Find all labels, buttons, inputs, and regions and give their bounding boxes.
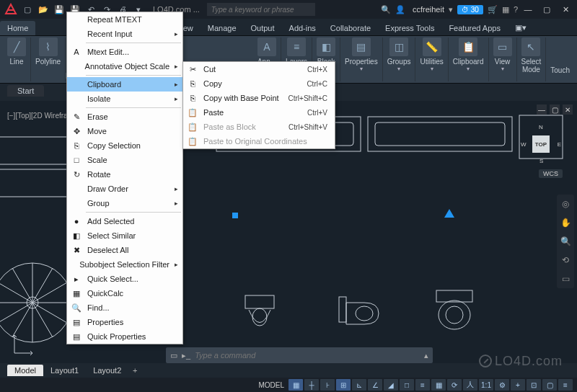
status-ws-icon[interactable]: ⚙	[495, 379, 509, 391]
cart-icon[interactable]: 🛒	[488, 5, 498, 14]
minimize-button[interactable]: —	[519, 2, 537, 17]
dropdown-icon[interactable]: ▾	[449, 5, 453, 14]
status-ortho-icon[interactable]: ⊾	[352, 379, 366, 391]
ribbon-polyline[interactable]: ⌇ Polyline	[31, 37, 66, 81]
status-lw-icon[interactable]: ≡	[415, 379, 430, 391]
ribbon-touch[interactable]: Touch	[546, 37, 574, 81]
help-icon[interactable]: ?	[514, 5, 518, 14]
wcs-label[interactable]: WCS	[539, 169, 563, 178]
close-button[interactable]: ✕	[557, 2, 574, 17]
clip-item-2[interactable]: ⎘Copy with Base PointCtrl+Shift+C	[183, 91, 335, 105]
ctx-item-23[interactable]: 🔍Find...	[67, 300, 182, 315]
status-monitor-icon[interactable]: +	[511, 379, 525, 391]
ctx-item-10[interactable]: ✥Move	[67, 124, 182, 138]
layout-tab-layout1[interactable]: Layout1	[43, 365, 86, 376]
ctx-item-21[interactable]: ▸Quick Select...	[67, 272, 182, 286]
status-model-label[interactable]: MODEL	[258, 381, 284, 389]
layout-tab-model[interactable]: Model	[7, 365, 43, 376]
clip-item-0[interactable]: ✂CutCtrl+X	[183, 62, 335, 76]
tab-manage[interactable]: Manage	[201, 21, 244, 35]
ctx-item-3[interactable]: AMtext Edit...	[67, 45, 182, 59]
status-dyn-icon[interactable]: ⊞	[336, 379, 351, 391]
search-icon[interactable]: 🔍	[381, 5, 391, 14]
tab-home[interactable]: Home	[0, 21, 35, 35]
status-cycle-icon[interactable]: ⟳	[447, 379, 462, 391]
ctx-item-25[interactable]: ▤Quick Properties	[67, 329, 182, 344]
ribbon-line[interactable]: ╱ Line	[3, 37, 31, 81]
tab-overflow[interactable]: ▣▾	[508, 20, 534, 35]
status-grid-icon[interactable]: ▦	[288, 379, 303, 391]
nav-wheel-icon[interactable]: ◎	[559, 197, 572, 210]
ctx-label: Move	[87, 127, 107, 135]
help-search-input[interactable]	[207, 3, 315, 16]
status-hw-icon[interactable]: ⊡	[527, 379, 541, 391]
status-iso-icon[interactable]: ◢	[384, 379, 398, 391]
vp-minimize-icon[interactable]: —	[537, 104, 547, 115]
ribbon-select-mode[interactable]: ↖SelectMode	[517, 37, 547, 81]
ctx-item-14[interactable]: Draw Order▸	[67, 182, 182, 196]
cmd-recent-icon[interactable]: ▴	[424, 351, 428, 360]
ctx-item-22[interactable]: ▦QuickCalc	[67, 286, 182, 300]
status-clean-icon[interactable]: ▢	[542, 379, 557, 391]
status-infer-icon[interactable]: ⊦	[320, 379, 335, 391]
ribbon-utilities[interactable]: 📏Utilities▾	[415, 37, 448, 81]
ctx-item-1[interactable]: Recent Input▸	[67, 27, 182, 41]
ribbon-properties[interactable]: ▤Properties▾	[340, 37, 383, 81]
ctx-item-7[interactable]: Isolate▸	[67, 92, 182, 106]
status-anno-icon[interactable]: 人	[463, 379, 477, 391]
layout-tab-add[interactable]: +	[128, 366, 141, 375]
ctx-item-11[interactable]: ⎘Copy Selection	[67, 138, 182, 153]
viewcube[interactable]: N S E W TOP	[519, 122, 563, 166]
vp-maximize-icon[interactable]: ▢	[550, 104, 560, 115]
ctx-item-17[interactable]: ●Add Selected	[67, 214, 182, 228]
status-snap-icon[interactable]: ┼	[304, 379, 319, 391]
status-scale-icon[interactable]: 1:1	[479, 379, 493, 391]
tab-addins[interactable]: Add-ins	[282, 21, 323, 35]
status-trans-icon[interactable]: ▦	[431, 379, 446, 391]
command-input[interactable]	[195, 351, 420, 360]
ribbon-clipboard[interactable]: 📋Clipboard▾	[449, 37, 489, 81]
command-line[interactable]: ▭ ▸_ ▴	[166, 347, 433, 363]
qat-open-icon[interactable]: 📂	[36, 2, 50, 17]
ctx-item-18[interactable]: ◧Select Similar	[67, 228, 182, 243]
user-icon[interactable]: 👤	[395, 5, 405, 14]
ctx-item-19[interactable]: ✖Deselect All	[67, 243, 182, 257]
ctx-item-12[interactable]: □Scale	[67, 153, 182, 167]
nav-pan-icon[interactable]: ✋	[559, 216, 572, 229]
app-switcher-icon[interactable]: ▦	[502, 5, 509, 14]
tab-output[interactable]: Output	[244, 21, 282, 35]
status-polar-icon[interactable]: ∠	[368, 379, 382, 391]
ctx-item-9[interactable]: ✎Erase	[67, 110, 182, 124]
clip-item-1[interactable]: ⎘CopyCtrl+C	[183, 76, 335, 91]
svg-line-14	[32, 303, 53, 337]
layout-tab-layout2[interactable]: Layout2	[86, 365, 128, 376]
qat-save-icon[interactable]: 💾	[52, 2, 66, 17]
nav-orbit-icon[interactable]: ⟲	[559, 254, 572, 267]
status-osnap-icon[interactable]: □	[400, 379, 414, 391]
nav-showmotion-icon[interactable]: ▭	[559, 272, 572, 285]
qat-new-icon[interactable]: ▢	[20, 2, 35, 17]
ctx-item-24[interactable]: ▤Properties	[67, 315, 182, 329]
tab-featured[interactable]: Featured Apps	[441, 21, 508, 35]
cmd-handle-icon[interactable]: ▭	[170, 351, 177, 360]
maximize-button[interactable]: ▢	[538, 2, 555, 17]
ctx-item-0[interactable]: Repeat MTEXT	[67, 12, 182, 27]
ctx-item-6[interactable]: Clipboard▸	[67, 77, 182, 92]
username[interactable]: ccfreiheit	[413, 5, 444, 14]
clip-item-3[interactable]: 📋PasteCtrl+V	[183, 105, 335, 120]
status-custom-icon[interactable]: ≡	[558, 379, 573, 391]
viewcube-face[interactable]: TOP	[532, 135, 550, 153]
vp-close-icon[interactable]: ✕	[563, 104, 573, 115]
ctx-item-4[interactable]: Annotative Object Scale▸	[67, 59, 182, 74]
clip-label: Copy with Base Point	[203, 94, 279, 102]
nav-zoom-icon[interactable]: 🔍	[559, 235, 572, 248]
ribbon-groups[interactable]: ◫Groups▾	[383, 37, 416, 81]
ctx-item-15[interactable]: Group▸	[67, 196, 182, 210]
ribbon-view[interactable]: ▭View▾	[489, 37, 517, 81]
trial-badge[interactable]: ⏱ 30	[457, 5, 483, 14]
document-tab-start[interactable]: Start	[7, 85, 44, 97]
tab-express[interactable]: Express Tools	[378, 21, 441, 35]
ctx-item-13[interactable]: ↻Rotate	[67, 167, 182, 182]
ctx-item-20[interactable]: Subobject Selection Filter▸	[67, 257, 182, 272]
tab-collaborate[interactable]: Collaborate	[323, 21, 378, 35]
